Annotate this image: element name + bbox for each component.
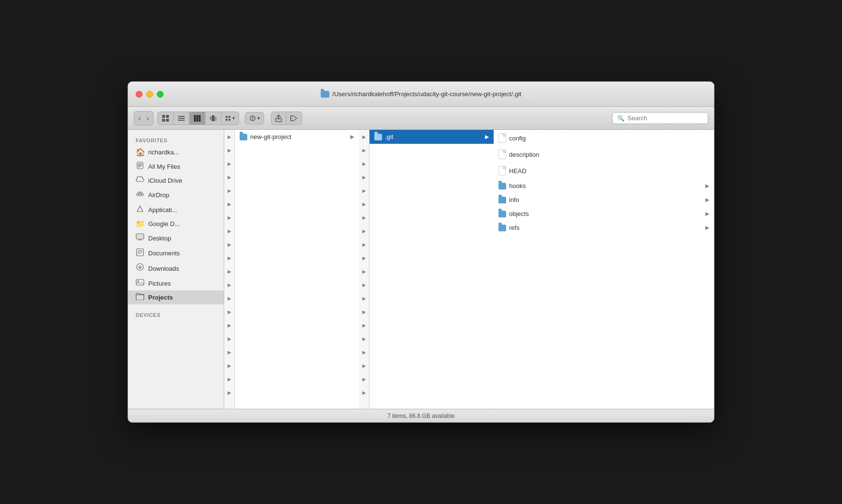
col3-item-objects[interactable]: objects ▶ <box>494 207 714 221</box>
col2-expand-arrow-7[interactable]: ▶ <box>359 224 369 238</box>
col2-item-arrow-git: ▶ <box>485 134 489 140</box>
col2-expand-arrow-4[interactable]: ▶ <box>359 184 369 197</box>
expand-arrow-16[interactable]: ▶ <box>224 345 234 359</box>
col2-expand-arrow-9[interactable]: ▶ <box>359 251 369 265</box>
column-1: new-git-project ▶ <box>235 130 359 409</box>
col2-expand-arrow-15[interactable]: ▶ <box>359 332 369 345</box>
sidebar-item-label-downloads: Downloads <box>148 265 179 272</box>
back-button[interactable]: ‹ <box>136 113 143 124</box>
expand-arrow-19[interactable]: ▶ <box>224 386 234 399</box>
col2-with-arrows: ▶ ▶ ▶ ▶ ▶ ▶ ▶ ▶ ▶ ▶ ▶ ▶ ▶ ▶ ▶ ▶ ▶ <box>359 130 494 409</box>
arrange-button[interactable]: ▾ <box>221 112 239 125</box>
coverflow-view-button[interactable] <box>205 112 221 125</box>
expand-arrow-2[interactable]: ▶ <box>224 157 234 170</box>
expand-arrow-0[interactable]: ▶ <box>224 130 234 143</box>
col2-expand-arrow-13[interactable]: ▶ <box>359 305 369 318</box>
col2-expand-arrow-2[interactable]: ▶ <box>359 157 369 170</box>
col3-item-hooks[interactable]: hooks ▶ <box>494 179 714 193</box>
expand-arrow-12[interactable]: ▶ <box>224 291 234 305</box>
expand-arrow-6[interactable]: ▶ <box>224 211 234 224</box>
expand-arrow-14[interactable]: ▶ <box>224 318 234 332</box>
status-text: 7 items, 86.8 GB available <box>387 413 455 419</box>
sidebar-item-label-icloud: iCloud Drive <box>148 177 182 184</box>
sidebar-item-projects[interactable]: Projects <box>128 290 224 304</box>
sidebar-item-documents[interactable]: Documents <box>128 245 224 261</box>
downloads-icon <box>136 263 144 274</box>
sidebar-item-desktop[interactable]: Desktop <box>128 231 224 245</box>
all-files-icon <box>136 162 144 171</box>
col1-arrows: ▶ ▶ ▶ ▶ ▶ ▶ ▶ ▶ ▶ ▶ ▶ ▶ ▶ ▶ ▶ ▶ ▶ <box>224 130 235 409</box>
col2-expand-arrow-19[interactable]: ▶ <box>359 386 369 399</box>
traffic-lights <box>136 91 164 98</box>
icon-view-button[interactable] <box>158 112 174 125</box>
column-2: .git ▶ <box>370 130 494 409</box>
expand-arrow-11[interactable]: ▶ <box>224 278 234 291</box>
expand-arrow-17[interactable]: ▶ <box>224 359 234 372</box>
svg-rect-0 <box>162 115 165 118</box>
col2-expand-arrow-11[interactable]: ▶ <box>359 278 369 291</box>
svg-rect-1 <box>166 115 169 118</box>
projects-icon <box>136 293 144 302</box>
expand-arrow-18[interactable]: ▶ <box>224 372 234 386</box>
expand-arrow-9[interactable]: ▶ <box>224 251 234 265</box>
col3-item-arrow-refs: ▶ <box>705 225 709 231</box>
expand-arrow-7[interactable]: ▶ <box>224 224 234 238</box>
col2-expand-arrow-3[interactable]: ▶ <box>359 170 369 184</box>
forward-button[interactable]: › <box>144 113 152 124</box>
col2-expand-arrow-0[interactable]: ▶ <box>359 130 369 143</box>
col2-expand-arrow-18[interactable]: ▶ <box>359 372 369 386</box>
svg-rect-11 <box>210 116 211 120</box>
minimize-button[interactable] <box>146 91 153 98</box>
expand-arrow-8[interactable]: ▶ <box>224 238 234 251</box>
col2-expand-arrow-10[interactable]: ▶ <box>359 265 369 278</box>
sidebar-item-icloud-drive[interactable]: iCloud Drive <box>128 174 224 187</box>
svg-rect-2 <box>162 119 165 122</box>
tag-button[interactable] <box>286 112 302 125</box>
expand-arrow-15[interactable]: ▶ <box>224 332 234 345</box>
list-view-button[interactable] <box>174 112 190 125</box>
col2-expand-arrow-12[interactable]: ▶ <box>359 291 369 305</box>
col2-item-git[interactable]: .git ▶ <box>370 130 494 144</box>
action-button[interactable]: ▾ <box>245 113 264 124</box>
sidebar-item-applications[interactable]: Applicati... <box>128 202 224 217</box>
sidebar-item-airdrop[interactable]: AirDrop <box>128 187 224 202</box>
col2-expand-arrow-5[interactable]: ▶ <box>359 197 369 211</box>
share-button[interactable] <box>271 112 286 125</box>
head-file-icon <box>498 166 506 176</box>
sidebar-item-home[interactable]: 🏠 richardka... <box>128 145 224 159</box>
svg-rect-13 <box>226 116 228 118</box>
col2-expand-arrow-16[interactable]: ▶ <box>359 345 369 359</box>
col2-expand-arrow-14[interactable]: ▶ <box>359 318 369 332</box>
close-button[interactable] <box>136 91 142 98</box>
col3-item-head[interactable]: HEAD <box>494 163 714 179</box>
col3-item-arrow-hooks: ▶ <box>705 183 709 189</box>
search-icon: 🔍 <box>617 115 625 122</box>
expand-arrow-10[interactable]: ▶ <box>224 265 234 278</box>
expand-arrow-4[interactable]: ▶ <box>224 184 234 197</box>
col1-item-label-new-git-project: new-git-project <box>250 133 291 140</box>
col3-item-refs[interactable]: refs ▶ <box>494 221 714 235</box>
sidebar-item-downloads[interactable]: Downloads <box>128 261 224 276</box>
sidebar-item-pictures[interactable]: Pictures <box>128 276 224 290</box>
sidebar-item-google-drive[interactable]: 📁 Google D... <box>128 217 224 231</box>
svg-point-30 <box>138 281 139 282</box>
col2-expand-arrow-6[interactable]: ▶ <box>359 211 369 224</box>
col2-expand-arrow-1[interactable]: ▶ <box>359 143 369 157</box>
sidebar-item-all-my-files[interactable]: All My Files <box>128 159 224 174</box>
expand-arrow-5[interactable]: ▶ <box>224 197 234 211</box>
col2-expand-arrow-8[interactable]: ▶ <box>359 238 369 251</box>
expand-arrow-3[interactable]: ▶ <box>224 170 234 184</box>
airdrop-icon <box>136 189 144 200</box>
maximize-button[interactable] <box>157 91 164 98</box>
col2-expand-arrow-17[interactable]: ▶ <box>359 359 369 372</box>
col3-item-config[interactable]: config <box>494 130 714 146</box>
col1-item-new-git-project[interactable]: new-git-project ▶ <box>235 130 359 144</box>
sidebar-item-label-pictures: Pictures <box>148 280 171 287</box>
expand-arrow-1[interactable]: ▶ <box>224 143 234 157</box>
expand-arrow-13[interactable]: ▶ <box>224 305 234 318</box>
sidebar-item-label-applications: Applicati... <box>148 206 177 214</box>
search-input[interactable] <box>627 114 703 122</box>
column-view-button[interactable] <box>190 112 205 125</box>
col3-item-description[interactable]: description <box>494 146 714 163</box>
col3-item-info[interactable]: info ▶ <box>494 193 714 207</box>
